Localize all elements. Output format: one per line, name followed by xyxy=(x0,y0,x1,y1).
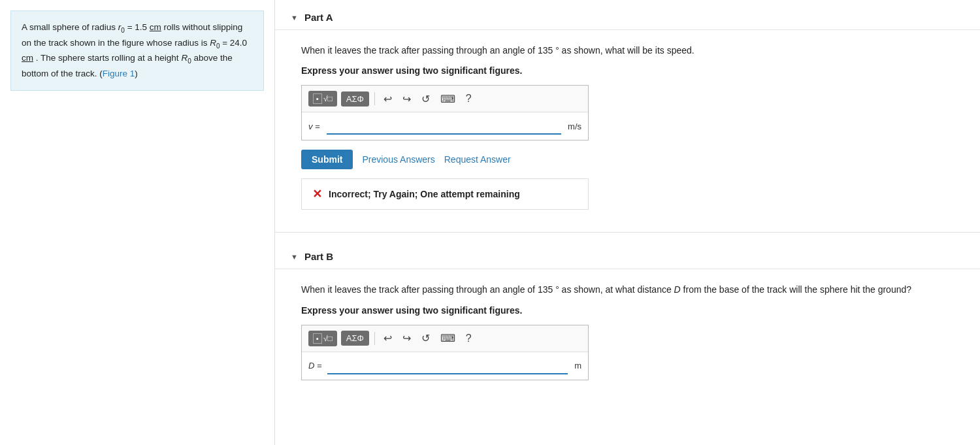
part-a-express-label: Express your answer using two significan… xyxy=(301,65,954,76)
part-b-header: ▼ Part B xyxy=(275,239,980,269)
part-a-header: ▼ Part A xyxy=(275,0,980,30)
part-b-redo-button[interactable]: ↪ xyxy=(399,331,414,346)
part-a-previous-answers-link[interactable]: Previous Answers xyxy=(362,154,434,165)
part-a-toolbar: ▪ √□ ΑΣΦ ↩ ↪ ↺ ⌨ ? xyxy=(302,86,588,112)
part-a-help-button[interactable]: ? xyxy=(463,91,475,106)
part-a-unit: m/s xyxy=(568,122,581,131)
part-b-greek-button[interactable]: ΑΣΦ xyxy=(341,331,369,346)
part-a-section: ▼ Part A When it leaves the track after … xyxy=(275,0,980,225)
toolbar-sep-1 xyxy=(374,92,375,105)
part-a-submit-button[interactable]: Submit xyxy=(301,150,353,169)
part-b-section: ▼ Part B When it leaves the track after … xyxy=(275,239,980,404)
part-b-answer-box: ▪ √□ ΑΣΦ ↩ ↪ ↺ ⌨ ? D = m xyxy=(301,325,589,380)
part-b-body: When it leaves the track after passing t… xyxy=(275,269,980,404)
part-a-incorrect-icon: ✕ xyxy=(312,187,322,201)
part-b-input-label: D = xyxy=(308,361,322,371)
main-content: ▼ Part A When it leaves the track after … xyxy=(274,0,980,445)
part-a-collapse-icon[interactable]: ▼ xyxy=(291,14,298,22)
part-a-greek-button[interactable]: ΑΣΦ xyxy=(341,91,369,107)
toolbar-sep-2 xyxy=(374,332,375,345)
part-b-keyboard-button[interactable]: ⌨ xyxy=(437,331,459,346)
part-a-redo-button[interactable]: ↪ xyxy=(399,91,414,107)
part-b-undo-button[interactable]: ↩ xyxy=(380,331,395,346)
part-b-question: When it leaves the track after passing t… xyxy=(301,282,954,297)
part-a-input-label: v = xyxy=(308,122,321,131)
part-a-body: When it leaves the track after passing t… xyxy=(275,30,980,225)
part-b-sqrt-button[interactable]: ▪ √□ xyxy=(308,331,337,346)
part-a-actions: Submit Previous Answers Request Answer xyxy=(301,150,954,169)
part-b-collapse-icon[interactable]: ▼ xyxy=(291,253,298,261)
part-a-input[interactable] xyxy=(327,118,561,135)
sidebar: A small sphere of radius r0 = 1.5 cm rol… xyxy=(0,0,274,445)
part-b-unit: m xyxy=(574,361,581,371)
part-a-feedback-text: Incorrect; Try Again; One attempt remain… xyxy=(329,189,520,199)
problem-description: A small sphere of radius r0 = 1.5 cm rol… xyxy=(10,10,264,91)
part-a-undo-button[interactable]: ↩ xyxy=(380,91,395,107)
section-divider xyxy=(275,232,980,233)
part-a-reset-button[interactable]: ↺ xyxy=(418,91,433,107)
part-b-input-row: D = m xyxy=(302,352,588,380)
part-a-keyboard-button[interactable]: ⌨ xyxy=(437,91,459,107)
part-a-feedback-box: ✕ Incorrect; Try Again; One attempt rema… xyxy=(301,178,589,210)
part-b-reset-button[interactable]: ↺ xyxy=(418,331,433,346)
part-b-help-button[interactable]: ? xyxy=(463,331,475,346)
part-b-express-label: Express your answer using two significan… xyxy=(301,305,954,316)
part-a-sqrt-button[interactable]: ▪ √□ xyxy=(308,91,337,107)
part-b-input[interactable] xyxy=(327,357,568,374)
part-b-title: Part B xyxy=(304,251,333,262)
part-a-answer-box: ▪ √□ ΑΣΦ ↩ ↪ ↺ ⌨ ? v = m/s xyxy=(301,85,589,140)
part-a-request-answer-link[interactable]: Request Answer xyxy=(444,154,511,165)
part-b-toolbar: ▪ √□ ΑΣΦ ↩ ↪ ↺ ⌨ ? xyxy=(302,325,588,352)
figure-link[interactable]: Figure 1 xyxy=(103,69,135,78)
part-a-title: Part A xyxy=(304,12,333,23)
part-a-input-row: v = m/s xyxy=(302,112,588,140)
problem-text: A small sphere of radius r0 = 1.5 cm rol… xyxy=(22,20,253,81)
part-a-question: When it leaves the track after passing t… xyxy=(301,43,954,58)
